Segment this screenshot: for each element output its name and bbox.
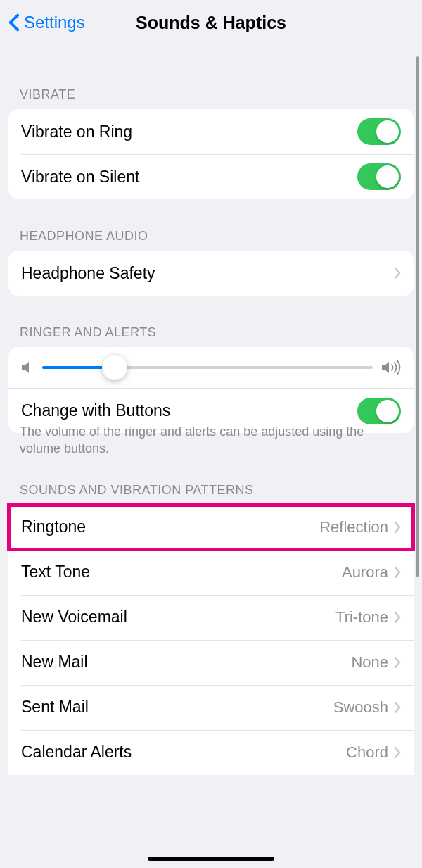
chevron-right-icon bbox=[394, 521, 401, 534]
volume-slider[interactable] bbox=[42, 366, 373, 369]
toggle-vibrate-silent[interactable] bbox=[357, 163, 401, 190]
toggle-change-buttons[interactable] bbox=[357, 398, 401, 424]
chevron-right-icon bbox=[394, 656, 401, 669]
chevron-left-icon bbox=[8, 13, 20, 32]
section-header-sounds: SOUNDS AND VIBRATION PATTERNS bbox=[8, 483, 414, 505]
volume-high-icon bbox=[381, 360, 401, 375]
group-headphone: Headphone Safety bbox=[8, 251, 414, 296]
section-header-vibrate: VIBRATE bbox=[8, 87, 414, 109]
row-text-tone[interactable]: Text Tone Aurora bbox=[8, 550, 414, 595]
row-value: Reflection bbox=[319, 518, 388, 536]
section-header-ringer: RINGER AND ALERTS bbox=[8, 325, 414, 347]
row-label: Ringtone bbox=[21, 517, 86, 536]
row-calendar-alerts[interactable]: Calendar Alerts Chord bbox=[8, 730, 414, 775]
row-label: Sent Mail bbox=[21, 698, 89, 717]
row-value: Aurora bbox=[342, 563, 388, 581]
nav-header: Settings Sounds & Haptics bbox=[8, 0, 414, 45]
back-button[interactable]: Settings bbox=[8, 13, 85, 32]
page-title: Sounds & Haptics bbox=[136, 13, 286, 33]
chevron-right-icon bbox=[394, 701, 401, 714]
slider-thumb[interactable] bbox=[102, 355, 127, 380]
row-change-with-buttons[interactable]: Change with Buttons bbox=[8, 388, 414, 433]
row-new-voicemail[interactable]: New Voicemail Tri-tone bbox=[8, 595, 414, 640]
row-new-mail[interactable]: New Mail None bbox=[8, 640, 414, 685]
group-sounds: Ringtone Reflection Text Tone Aurora New… bbox=[8, 505, 414, 775]
row-label: New Voicemail bbox=[21, 608, 127, 627]
section-header-headphone: HEADPHONE AUDIO bbox=[8, 229, 414, 251]
row-label: Calendar Alerts bbox=[21, 743, 132, 762]
group-vibrate: Vibrate on Ring Vibrate on Silent bbox=[8, 109, 414, 199]
chevron-right-icon bbox=[394, 746, 401, 759]
row-label: Change with Buttons bbox=[21, 401, 170, 420]
row-label: Text Tone bbox=[21, 562, 90, 581]
row-headphone-safety[interactable]: Headphone Safety bbox=[8, 251, 414, 296]
chevron-right-icon bbox=[394, 566, 401, 579]
row-label: Headphone Safety bbox=[21, 264, 155, 283]
row-vibrate-on-ring[interactable]: Vibrate on Ring bbox=[8, 109, 414, 154]
home-indicator[interactable] bbox=[148, 857, 274, 861]
row-label: Vibrate on Ring bbox=[21, 122, 132, 141]
row-vibrate-on-silent[interactable]: Vibrate on Silent bbox=[8, 154, 414, 199]
chevron-right-icon bbox=[394, 267, 401, 279]
row-sent-mail[interactable]: Sent Mail Swoosh bbox=[8, 685, 414, 730]
group-ringer: Change with Buttons bbox=[8, 347, 414, 433]
toggle-vibrate-ring[interactable] bbox=[357, 118, 401, 145]
back-label: Settings bbox=[24, 13, 85, 32]
row-ringtone[interactable]: Ringtone Reflection bbox=[8, 505, 414, 550]
row-value: Swoosh bbox=[333, 698, 388, 717]
row-value: Chord bbox=[346, 743, 388, 762]
row-value: None bbox=[351, 653, 388, 672]
scrollbar[interactable] bbox=[416, 56, 419, 577]
row-label: Vibrate on Silent bbox=[21, 168, 139, 187]
row-value: Tri-tone bbox=[335, 608, 388, 627]
volume-low-icon bbox=[21, 360, 34, 375]
row-label: New Mail bbox=[21, 653, 88, 672]
chevron-right-icon bbox=[394, 611, 401, 624]
row-volume-slider bbox=[8, 347, 414, 388]
